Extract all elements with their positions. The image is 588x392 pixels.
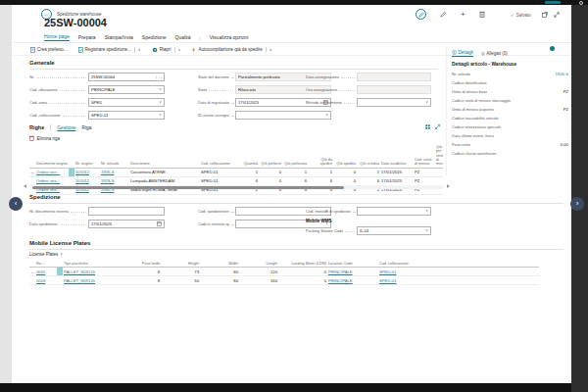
cell[interactable] [435,168,443,176]
column-header[interactable]: Qtà per unità di misura [435,145,443,168]
post-shipment-button[interactable]: Registrare spedizione... ∨ [78,47,141,53]
cell[interactable]: PRINCIPALE [327,276,378,285]
tab-prepara[interactable]: Prepara [78,34,96,42]
cell[interactable]: Ordine ven... [35,168,69,176]
cell[interactable]: 6 [357,176,380,185]
cell[interactable]: Ordine ven... [35,176,69,185]
dropdown-caret-icon[interactable]: ∨ [159,88,162,92]
cell[interactable]: 6 [237,176,259,185]
shipment-date-field[interactable]: 17/01/2025 [88,220,165,228]
cell[interactable]: 101012 [74,176,100,185]
edit-icon[interactable] [416,9,426,20]
dropdown-caret-icon[interactable]: ∨ [425,229,428,233]
cell[interactable]: 0 [278,268,327,276]
assist-edit-button[interactable]: ... [156,75,162,79]
previous-record-button[interactable]: ‹ [9,197,23,211]
cell[interactable]: 1928-S [100,176,129,185]
cell[interactable]: 1906-S [100,168,129,176]
scroll-right-icon[interactable] [447,184,450,188]
table-row[interactable]: →0001PALLET_80X120873801200PRINCIPALESPE… [29,268,539,276]
column-header[interactable]: Cod. unità di misura [414,145,435,168]
column-header[interactable]: Qtà da spedire [308,145,333,168]
column-header[interactable]: Qtà spedita [333,145,357,168]
cell[interactable]: SPED-01 [378,268,425,276]
cell[interactable]: 0 [259,176,282,185]
column-header[interactable]: Qtà prelevata [282,145,308,168]
lines-menu-gestione[interactable]: Gestione [57,125,75,130]
topbar-profile-icon[interactable] [579,1,583,5]
tab-home-page[interactable]: Home page [44,33,70,42]
autofill-qty-button[interactable]: Autocompilazione qtà da spedire ∨ [191,47,271,53]
tab-allegati[interactable]: Allegati (0) [481,51,508,57]
cell[interactable]: 0 [259,168,282,176]
cell[interactable]: 80 [200,276,239,285]
tab-dettagli[interactable]: Dettagli [452,50,473,57]
tab-stampa-invia[interactable]: Stampa/Invia [105,34,133,42]
factbox-row-value[interactable]: - [567,116,568,121]
cell[interactable]: 1 [282,168,308,176]
external-doc-no-field[interactable] [88,207,165,216]
cell[interactable]: SPED-01 [378,276,425,285]
cell[interactable]: 0 [333,176,357,185]
packing-station-code-field[interactable]: IL-01 ∨ [357,226,431,235]
no-field[interactable]: 25SW-00004 ... [88,73,165,81]
grid-view-icon[interactable] [425,124,430,129]
cell[interactable]: 73 [161,268,200,276]
delete-icon[interactable] [479,11,485,18]
cell[interactable]: Cassettiera ATENE [129,168,200,176]
zone-code-field[interactable]: SPED ∨ [88,98,165,107]
license-plates-group-toggle[interactable]: License Plates ∨ [29,252,63,257]
assigned-user-field[interactable]: ∨ [235,111,331,120]
calendar-icon[interactable] [157,221,162,226]
shipment-method-field[interactable]: ∨ [357,207,431,216]
delete-row-button[interactable]: Elimina riga [37,136,61,141]
open-in-window-icon[interactable] [542,12,548,18]
column-header[interactable]: Qtà residua [357,145,380,168]
dropdown-caret-icon[interactable]: ∨ [270,48,272,52]
cell[interactable]: 8 [122,276,161,285]
column-header[interactable]: Quantità [237,145,259,168]
dropdown-caret-icon[interactable]: ∨ [425,101,428,105]
link-icon[interactable] [440,11,447,18]
table-row[interactable]: 0003PALLET_80X120850801600PRINCIPALESPED… [29,276,539,285]
cell[interactable]: 1 [357,168,380,176]
cell[interactable]: 17/01/2025 [380,176,414,185]
cell[interactable]: 80 [200,268,239,276]
new-icon[interactable]: + [461,10,466,19]
dropdown-caret-icon[interactable]: ∨ [425,210,428,214]
cell[interactable]: 120 [239,268,278,276]
cell[interactable]: PALLET_80X120 [63,276,122,285]
cell[interactable]: 6 [308,176,333,185]
tab-qualita[interactable]: Qualità [175,34,191,42]
dropdown-caret-icon[interactable]: ∨ [178,48,181,52]
column-header[interactable]: Cod. collocazione [200,145,237,168]
bin-code-field[interactable]: SPED-01 ∨ [88,111,165,120]
cell[interactable]: SPED-01 [200,176,237,185]
expand-part-icon[interactable] [435,124,440,129]
cell[interactable]: 6 [282,176,308,185]
cell[interactable]: 1 [237,168,259,176]
reopen-button[interactable]: Riapri ∨ [152,47,181,53]
tab-spedizione[interactable]: Spedizione [142,34,167,42]
cell[interactable]: 50 [161,276,200,285]
dropdown-caret-icon[interactable]: ∨ [159,101,162,105]
column-header[interactable]: Nr. articolo [100,145,129,168]
cell[interactable]: Lampada AMSTERDAM [129,176,200,185]
column-header[interactable]: Qtà prelievo [259,145,282,168]
column-header[interactable]: Documento origine [35,145,69,168]
lines-menu-riga[interactable]: Riga [81,125,91,130]
cell[interactable]: 17/01/2025 [380,168,414,176]
scrollbar-thumb[interactable] [32,186,344,189]
cell[interactable]: 8 [122,268,161,276]
create-pick-button[interactable]: Crea prelievo... [30,47,68,53]
next-record-button[interactable]: › [570,197,584,211]
sorting-method-field[interactable]: ∨ [357,98,431,107]
factbox-row-value[interactable]: - [567,133,568,138]
cell[interactable]: 0 [333,168,357,176]
cell[interactable]: PRINCIPALE [327,268,378,276]
factbox-row-value[interactable]: 1906-S [555,72,568,76]
cell[interactable]: 0001 [35,268,57,276]
tab-visualizza-opzioni[interactable]: Visualizza opzioni [210,34,249,42]
cell[interactable]: 101012 [74,168,100,176]
cell[interactable]: 1 [308,168,333,176]
